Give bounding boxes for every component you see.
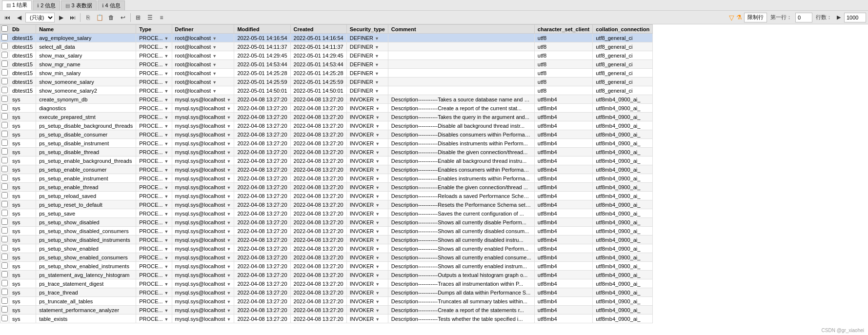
row-checkbox[interactable] [1, 297, 8, 304]
table-row[interactable]: sysps_setup_disable_instrumentPROCE... ▼… [0, 139, 653, 148]
type-dropdown-btn[interactable]: ▼ [164, 264, 169, 269]
row-checkbox-cell[interactable] [0, 297, 9, 306]
type-dropdown-btn[interactable]: ▼ [164, 273, 169, 278]
row-checkbox[interactable] [1, 236, 8, 242]
row-checkbox[interactable] [1, 201, 8, 207]
table-row[interactable]: dbtest15avg_employee_salaryPROCE... ▼roo… [0, 34, 653, 42]
type-dropdown-btn[interactable]: ▼ [164, 45, 169, 50]
table-row[interactable]: dbtest15show_mgr_namePROCE... ▼root@loca… [0, 60, 653, 69]
table-row[interactable]: dbtest15show_someone_salary2PROCE... ▼ro… [0, 86, 653, 95]
row-checkbox-cell[interactable] [0, 288, 9, 297]
toolbar-btn-copy[interactable]: ⎘ [82, 12, 93, 23]
row-checkbox-cell[interactable] [0, 165, 9, 174]
row-checkbox[interactable] [1, 210, 8, 216]
type-dropdown-btn[interactable]: ▼ [164, 62, 169, 67]
type-dropdown-btn[interactable]: ▼ [164, 177, 169, 181]
row-checkbox-cell[interactable] [0, 253, 9, 262]
row-checkbox-cell[interactable] [0, 315, 9, 323]
row-checkbox-cell[interactable] [0, 227, 9, 236]
row-checkbox-cell[interactable] [0, 157, 9, 165]
type-dropdown-btn[interactable]: ▼ [164, 238, 169, 243]
row-checkbox-cell[interactable] [0, 113, 9, 121]
row-checkbox-cell[interactable] [0, 218, 9, 227]
table-row[interactable]: sysps_truncate_all_tablesPROCE... ▼mysql… [0, 297, 653, 306]
table-row[interactable]: sysps_setup_enable_consumerPROCE... ▼mys… [0, 165, 653, 174]
toolbar-btn-form[interactable]: ☰ [144, 12, 155, 23]
type-dropdown-btn[interactable]: ▼ [164, 159, 169, 164]
table-row[interactable]: sysps_trace_statement_digestPROCE... ▼my… [0, 279, 653, 288]
type-dropdown-btn[interactable]: ▼ [164, 124, 169, 129]
type-dropdown-btn[interactable]: ▼ [164, 282, 169, 287]
row-checkbox[interactable] [1, 34, 8, 40]
table-row[interactable]: sysps_setup_show_disabledPROCE... ▼mysql… [0, 218, 653, 227]
col-header-name[interactable]: Name [36, 25, 136, 34]
row-checkbox[interactable] [1, 87, 8, 93]
table-row[interactable]: sysps_statement_avg_latency_histogramPRO… [0, 271, 653, 279]
row-checkbox[interactable] [1, 96, 8, 102]
toolbar-btn-discard[interactable]: ↩ [118, 12, 128, 23]
type-dropdown-btn[interactable]: ▼ [164, 299, 169, 304]
tab-info[interactable]: ℹ 2 信息 [33, 0, 60, 10]
row-checkbox[interactable] [1, 43, 8, 49]
col-header-modified[interactable]: Modified [234, 25, 290, 34]
table-row[interactable]: sysps_setup_enable_background_threadsPRO… [0, 157, 653, 165]
table-row[interactable]: sysdiagnosticsPROCE... ▼mysql.sys@localh… [0, 104, 653, 113]
table-row[interactable]: sysps_setup_show_enabled_instrumentsPROC… [0, 262, 653, 271]
row-checkbox-cell[interactable] [0, 139, 9, 148]
row-checkbox[interactable] [1, 280, 8, 286]
row-checkbox[interactable] [1, 60, 8, 67]
toolbar-btn-nav3[interactable]: ▶ [56, 12, 66, 23]
row-checkbox-cell[interactable] [0, 174, 9, 183]
col-header-definer[interactable]: Definer [172, 25, 234, 34]
toolbar-btn-nav4[interactable]: ⏭ [67, 12, 78, 23]
row-checkbox-cell[interactable] [0, 95, 9, 104]
row-checkbox[interactable] [1, 131, 8, 137]
table-row[interactable]: sysps_setup_savePROCE... ▼mysql.sys@loca… [0, 209, 653, 218]
col-header-type[interactable]: Type [136, 25, 172, 34]
table-row[interactable]: sysps_setup_disable_background_threadsPR… [0, 121, 653, 130]
type-dropdown-btn[interactable]: ▼ [164, 80, 169, 85]
toolbar-btn-grid[interactable]: ⊞ [133, 12, 143, 23]
row-checkbox[interactable] [1, 52, 8, 58]
table-row[interactable]: sysps_setup_show_enabled_consumersPROCE.… [0, 253, 653, 262]
toolbar-btn-nav1[interactable]: ⏮ [2, 12, 13, 23]
row-checkbox-cell[interactable] [0, 271, 9, 279]
limit-row-button[interactable]: 限制行 [744, 13, 767, 22]
table-row[interactable]: syscreate_synonym_dbPROCE... ▼mysql.sys@… [0, 95, 653, 104]
type-dropdown-btn[interactable]: ▼ [164, 141, 169, 146]
col-header-created[interactable]: Created [290, 25, 346, 34]
type-dropdown-btn[interactable]: ▼ [164, 291, 169, 296]
table-row[interactable]: sysstatement_performance_analyzerPROCE..… [0, 306, 653, 315]
row-checkbox[interactable] [1, 289, 8, 295]
row-checkbox[interactable] [1, 183, 8, 190]
first-row-input[interactable] [795, 13, 812, 22]
table-row[interactable]: dbtest15select_all_dataPROCE... ▼root@lo… [0, 42, 653, 51]
row-checkbox[interactable] [1, 122, 8, 128]
row-checkbox-cell[interactable] [0, 86, 9, 95]
table-row[interactable]: sysps_setup_show_enabledPROCE... ▼mysql.… [0, 244, 653, 253]
table-row[interactable]: systable_existsPROCE... ▼mysql.sys@local… [0, 315, 653, 323]
toolbar-btn-delete[interactable]: 🗑 [106, 12, 117, 23]
table-row[interactable]: sysps_setup_reset_to_defaultPROCE... ▼my… [0, 200, 653, 209]
row-checkbox-cell[interactable] [0, 148, 9, 157]
row-checkbox-cell[interactable] [0, 209, 9, 218]
row-checkbox-cell[interactable] [0, 51, 9, 60]
toolbar-btn-text[interactable]: ≡ [156, 12, 167, 23]
type-dropdown-btn[interactable]: ▼ [164, 308, 169, 313]
row-checkbox-cell[interactable] [0, 34, 9, 42]
col-header-collation[interactable]: collation_connection [593, 25, 653, 34]
row-checkbox[interactable] [1, 104, 8, 111]
type-dropdown-btn[interactable]: ▼ [164, 106, 169, 111]
table-row[interactable]: sysps_setup_disable_threadPROCE... ▼mysq… [0, 148, 653, 157]
type-dropdown-btn[interactable]: ▼ [164, 54, 169, 59]
row-checkbox-cell[interactable] [0, 104, 9, 113]
row-checkbox[interactable] [1, 227, 8, 234]
toolbar-btn-nav2[interactable]: ◀ [14, 12, 24, 23]
row-checkbox[interactable] [1, 192, 8, 198]
col-header-db[interactable]: Db [9, 25, 36, 34]
type-dropdown-btn[interactable]: ▼ [164, 212, 169, 217]
row-checkbox[interactable] [1, 148, 8, 155]
row-checkbox[interactable] [1, 78, 8, 84]
table-row[interactable]: dbtest15show_someone_salaryPROCE... ▼roo… [0, 78, 653, 86]
row-checkbox-cell[interactable] [0, 306, 9, 315]
